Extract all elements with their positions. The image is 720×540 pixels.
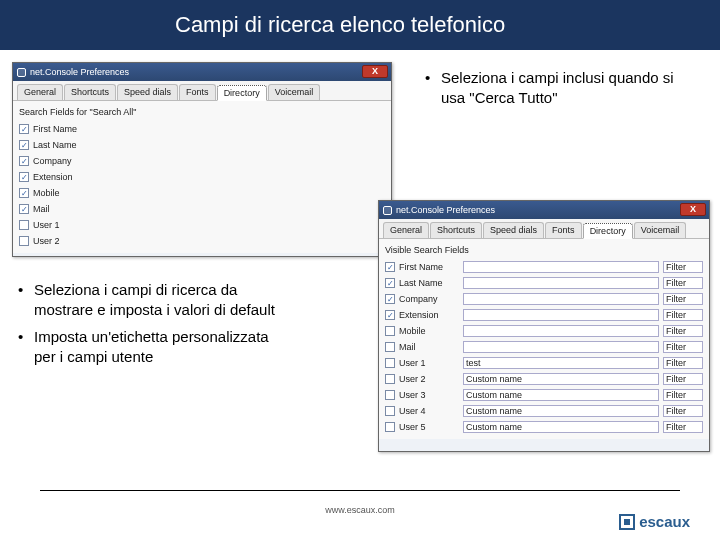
tab-directory[interactable]: Directory (583, 223, 633, 239)
checkbox[interactable] (385, 278, 395, 288)
close-icon[interactable]: X (680, 203, 706, 216)
checkbox[interactable] (385, 326, 395, 336)
tab-speed-dials[interactable]: Speed dials (117, 84, 178, 100)
field-label: Last Name (33, 140, 93, 150)
prefs-window-1: net.Console Preferences X General Shortc… (12, 62, 392, 257)
field-label: User 4 (399, 406, 459, 416)
tab-strip: General Shortcuts Speed dials Fonts Dire… (379, 219, 709, 239)
value-input[interactable] (463, 309, 659, 321)
tab-fonts[interactable]: Fonts (545, 222, 582, 238)
tab-strip: General Shortcuts Speed dials Fonts Dire… (13, 81, 391, 101)
prefs-window-2: net.Console Preferences X General Shortc… (378, 200, 710, 452)
filter-button[interactable]: Filter (663, 373, 703, 385)
panel-search-all: Search Fields for "Search All" First Nam… (13, 101, 391, 253)
field-label: Mail (33, 204, 93, 214)
field-label: User 1 (399, 358, 459, 368)
slide-title-bar: Campi di ricerca elenco telefonico (0, 0, 720, 50)
filter-button[interactable]: Filter (663, 325, 703, 337)
filter-button[interactable]: Filter (663, 341, 703, 353)
checkbox[interactable] (385, 342, 395, 352)
field-label: First Name (399, 262, 459, 272)
value-input[interactable]: Custom name (463, 421, 659, 433)
tab-general[interactable]: General (17, 84, 63, 100)
checkbox[interactable] (19, 236, 29, 246)
value-input[interactable] (463, 293, 659, 305)
field-label: User 2 (33, 236, 93, 246)
value-input[interactable]: Custom name (463, 389, 659, 401)
tab-directory[interactable]: Directory (217, 85, 267, 101)
value-input[interactable] (463, 325, 659, 337)
app-icon (17, 68, 26, 77)
value-input[interactable] (463, 261, 659, 273)
app-icon (383, 206, 392, 215)
filter-button[interactable]: Filter (663, 405, 703, 417)
filter-button[interactable]: Filter (663, 389, 703, 401)
bullet-left-list: Seleziona i campi di ricerca da mostrare… (18, 280, 288, 373)
checkbox[interactable] (19, 156, 29, 166)
checkbox[interactable] (19, 220, 29, 230)
field-label: Extension (33, 172, 93, 182)
field-label: User 3 (399, 390, 459, 400)
checkbox[interactable] (385, 358, 395, 368)
checkbox[interactable] (385, 406, 395, 416)
panel-visible-fields: Visible Search Fields First NameFilter L… (379, 239, 709, 439)
filter-button[interactable]: Filter (663, 293, 703, 305)
checkbox[interactable] (385, 422, 395, 432)
brand-logo: escaux (619, 513, 690, 530)
tab-voicemail[interactable]: Voicemail (268, 84, 321, 100)
tab-general[interactable]: General (383, 222, 429, 238)
value-input[interactable]: test (463, 357, 659, 369)
checkbox[interactable] (19, 124, 29, 134)
checkbox[interactable] (19, 140, 29, 150)
window-title: net.Console Preferences (396, 205, 495, 215)
value-input[interactable] (463, 277, 659, 289)
filter-button[interactable]: Filter (663, 309, 703, 321)
footer-url: www.escaux.com (0, 505, 720, 515)
checkbox[interactable] (385, 390, 395, 400)
slide-content: Seleziona i campi inclusi quando si usa … (0, 50, 720, 488)
section-label: Visible Search Fields (385, 245, 703, 255)
filter-button[interactable]: Filter (663, 277, 703, 289)
brand-name: escaux (639, 513, 690, 530)
checkbox[interactable] (19, 188, 29, 198)
checkbox[interactable] (19, 172, 29, 182)
bullet-item: Imposta un'etichetta personalizzata per … (18, 327, 288, 368)
tab-shortcuts[interactable]: Shortcuts (64, 84, 116, 100)
checkbox[interactable] (385, 294, 395, 304)
checkbox[interactable] (19, 204, 29, 214)
tab-voicemail[interactable]: Voicemail (634, 222, 687, 238)
bullet-item: Seleziona i campi di ricerca da mostrare… (18, 280, 288, 321)
checkbox[interactable] (385, 262, 395, 272)
close-icon[interactable]: X (362, 65, 388, 78)
field-label: Mobile (399, 326, 459, 336)
tab-fonts[interactable]: Fonts (179, 84, 216, 100)
field-label: User 5 (399, 422, 459, 432)
tab-shortcuts[interactable]: Shortcuts (430, 222, 482, 238)
checkbox[interactable] (385, 310, 395, 320)
bullet-item: Seleziona i campi inclusi quando si usa … (425, 68, 685, 109)
field-label: Mobile (33, 188, 93, 198)
window-titlebar: net.Console Preferences X (13, 63, 391, 81)
filter-button[interactable]: Filter (663, 421, 703, 433)
value-input[interactable]: Custom name (463, 405, 659, 417)
logo-icon (619, 514, 635, 530)
field-label: Company (399, 294, 459, 304)
field-label: Extension (399, 310, 459, 320)
footer: www.escaux.com escaux (0, 490, 720, 540)
section-label: Search Fields for "Search All" (19, 107, 385, 117)
filter-button[interactable]: Filter (663, 261, 703, 273)
window-titlebar: net.Console Preferences X (379, 201, 709, 219)
filter-button[interactable]: Filter (663, 357, 703, 369)
field-label: Mail (399, 342, 459, 352)
value-input[interactable]: Custom name (463, 373, 659, 385)
field-label: User 1 (33, 220, 93, 230)
field-label: User 2 (399, 374, 459, 384)
checkbox[interactable] (385, 374, 395, 384)
divider (40, 490, 680, 491)
window-title: net.Console Preferences (30, 67, 129, 77)
value-input[interactable] (463, 341, 659, 353)
tab-speed-dials[interactable]: Speed dials (483, 222, 544, 238)
slide-title: Campi di ricerca elenco telefonico (175, 12, 505, 38)
bullet-right-list: Seleziona i campi inclusi quando si usa … (425, 68, 685, 115)
field-label: Company (33, 156, 93, 166)
